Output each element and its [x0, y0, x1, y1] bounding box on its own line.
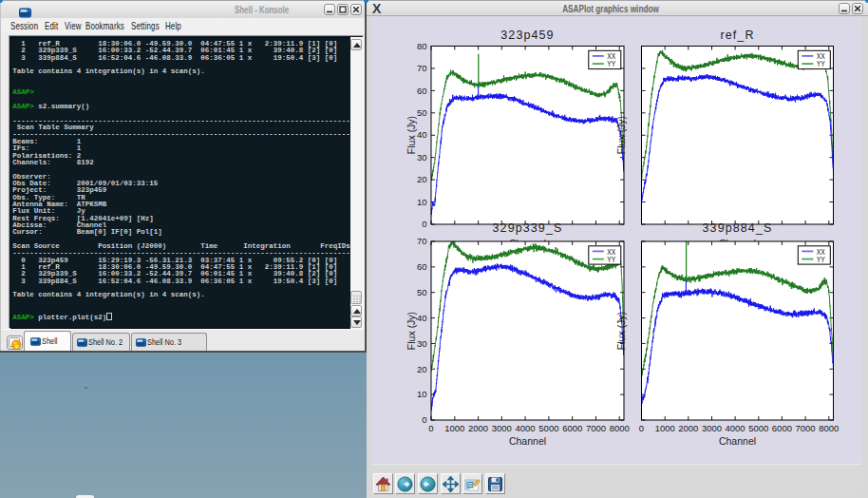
svg-text:1000: 1000 [655, 423, 675, 433]
svg-text:10: 10 [417, 197, 427, 207]
svg-text:YY: YY [817, 255, 825, 264]
svg-text:5000: 5000 [538, 423, 558, 433]
svg-text:30: 30 [417, 338, 427, 349]
svg-text:6000: 6000 [772, 423, 792, 433]
svg-text:0: 0 [422, 219, 426, 229]
svg-text:80: 80 [417, 41, 427, 51]
svg-text:3000: 3000 [492, 423, 512, 433]
svg-text:1000: 1000 [444, 423, 464, 433]
svg-text:Flux (Jy): Flux (Jy) [406, 312, 417, 350]
svg-text:20: 20 [417, 364, 427, 374]
svg-text:20: 20 [417, 174, 427, 184]
svg-text:70: 70 [417, 236, 427, 246]
svg-text:323p459: 323p459 [500, 29, 554, 42]
svg-text:30: 30 [417, 152, 427, 163]
svg-text:5000: 5000 [748, 423, 768, 433]
svg-text:Flux (Jy): Flux (Jy) [406, 116, 417, 154]
svg-text:2000: 2000 [678, 423, 698, 433]
svg-text:60: 60 [417, 261, 427, 272]
svg-text:10: 10 [417, 389, 427, 399]
svg-text:8000: 8000 [610, 423, 630, 433]
svg-text:4000: 4000 [726, 423, 745, 433]
svg-text:40: 40 [417, 129, 427, 140]
svg-text:0: 0 [428, 423, 433, 433]
svg-text:8000: 8000 [819, 423, 839, 433]
svg-text:Flux (Jy): Flux (Jy) [615, 312, 627, 350]
svg-text:339p884_S: 339p884_S [703, 221, 773, 235]
svg-text:329p339_S: 329p339_S [493, 221, 563, 235]
svg-text:0: 0 [639, 423, 644, 433]
svg-text:6000: 6000 [562, 423, 582, 433]
svg-text:0: 0 [422, 414, 426, 425]
svg-text:60: 60 [417, 86, 427, 96]
svg-text:YY: YY [817, 59, 825, 68]
svg-text:Channel: Channel [719, 435, 756, 447]
svg-text:40: 40 [417, 313, 427, 323]
svg-text:2000: 2000 [468, 423, 488, 433]
svg-text:50: 50 [417, 107, 427, 118]
svg-text:7000: 7000 [586, 423, 606, 433]
svg-text:ref_R: ref_R [720, 29, 754, 42]
svg-text:50: 50 [417, 287, 427, 297]
svg-text:70: 70 [417, 63, 427, 73]
svg-text:YY: YY [607, 59, 615, 68]
svg-text:7000: 7000 [796, 423, 816, 433]
svg-text:3000: 3000 [702, 423, 722, 433]
svg-text:Channel: Channel [509, 435, 546, 447]
svg-text:4000: 4000 [516, 423, 536, 433]
svg-text:Flux (Jy): Flux (Jy) [615, 116, 627, 154]
svg-text:YY: YY [607, 255, 615, 264]
